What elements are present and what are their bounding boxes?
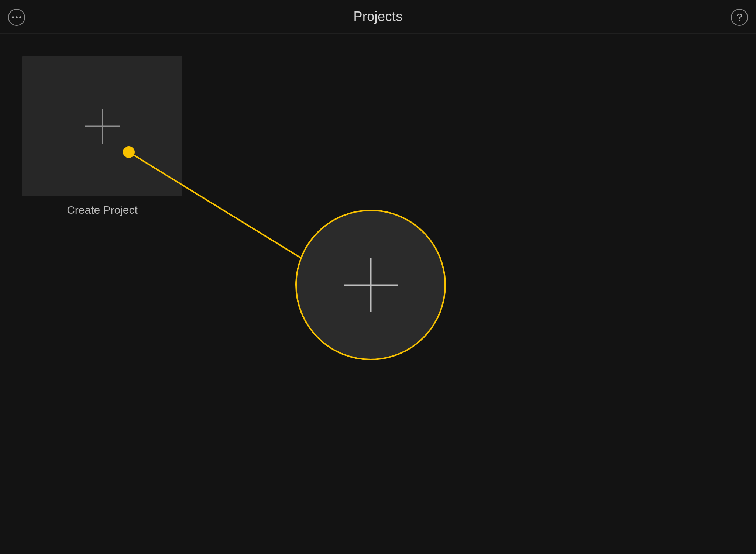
create-project-label: Create Project <box>67 204 138 216</box>
page-title: Projects <box>353 9 402 24</box>
svg-point-1 <box>16 16 18 18</box>
create-project-box <box>22 56 182 196</box>
content-area: Create Project <box>0 34 756 554</box>
svg-point-2 <box>19 16 21 18</box>
plus-icon <box>342 257 399 314</box>
callout-circle <box>295 210 446 360</box>
help-button[interactable]: ? <box>731 9 748 26</box>
create-project-tile[interactable]: Create Project <box>22 56 182 216</box>
more-horizontal-icon <box>11 16 22 19</box>
plus-icon <box>84 108 121 145</box>
svg-point-0 <box>12 16 14 18</box>
more-button[interactable] <box>8 9 25 26</box>
help-icon: ? <box>736 11 742 23</box>
titlebar: Projects ? <box>0 0 756 34</box>
